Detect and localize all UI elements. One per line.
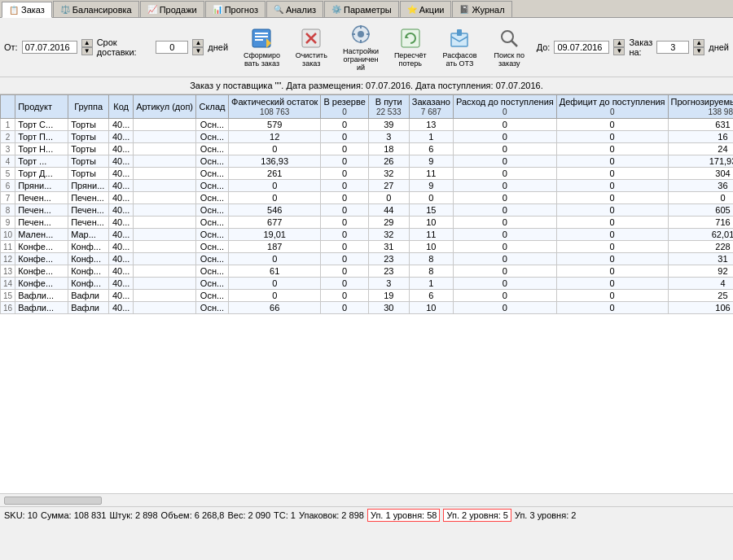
- table-row[interactable]: 4 Торт ... Торты 40... Осн... 136,93 0 2…: [1, 155, 734, 168]
- from-date-up[interactable]: ▲: [81, 39, 93, 47]
- cell-num: 1: [1, 119, 15, 131]
- tab-promo-label: Акции: [419, 5, 445, 15]
- search-label: Поиск по заказу: [490, 51, 529, 68]
- cell-group: Мар...: [68, 229, 109, 241]
- search-button[interactable]: Поиск по заказу: [486, 24, 533, 70]
- tab-promo[interactable]: ⭐ Акции: [400, 1, 452, 17]
- tab-order[interactable]: 📋 Заказ: [2, 2, 52, 18]
- horizontal-scrollbar[interactable]: [0, 493, 733, 506]
- col-num-header: [1, 95, 15, 119]
- delivery-up[interactable]: ▲: [192, 39, 204, 47]
- to-date-input[interactable]: [554, 41, 609, 54]
- delivery-value-input[interactable]: [156, 41, 188, 54]
- table-row[interactable]: 12 Конфе... Конф... 40... Осн... 0 0 23 …: [1, 253, 734, 265]
- cell-transit: 32: [368, 168, 409, 180]
- cell-article: [134, 253, 196, 265]
- tab-balance-icon: ⚖️: [60, 5, 70, 14]
- tab-params[interactable]: ⚙️ Параметры: [324, 1, 399, 17]
- table-row[interactable]: 16 Вафли... Вафли 40... Осн... 66 0 30 1…: [1, 302, 734, 314]
- tab-balance[interactable]: ⚖️ Балансировка: [53, 1, 139, 17]
- cell-expense: 0: [453, 302, 556, 314]
- cell-product: Конфе...: [15, 241, 68, 253]
- cell-group: Печен...: [68, 192, 109, 204]
- search-icon: [498, 27, 520, 50]
- form-order-button[interactable]: Сформировать заказ: [239, 24, 285, 70]
- cell-deficit: 0: [556, 119, 668, 131]
- pack-button[interactable]: Расфасовать ОТЗ: [437, 24, 483, 70]
- table-row[interactable]: 2 Торт П... Торты 40... Осн... 12 0 3 1 …: [1, 131, 734, 143]
- cell-forecast-remain: 25: [668, 290, 733, 302]
- cell-deficit: 0: [556, 229, 668, 241]
- cell-num: 11: [1, 241, 15, 253]
- table-row[interactable]: 5 Торт Д... Торты 40... Осн... 261 0 32 …: [1, 168, 734, 180]
- to-date-up[interactable]: ▲: [613, 39, 625, 47]
- tab-forecast[interactable]: 📊 Прогноз: [205, 1, 266, 17]
- cell-transit: 29: [368, 217, 409, 229]
- col-ordered-header: Заказано 7 687: [409, 95, 453, 119]
- order-up[interactable]: ▲: [693, 39, 704, 47]
- cell-forecast-remain: 304: [668, 168, 733, 180]
- cell-product: Торт Н...: [15, 143, 68, 155]
- tab-forecast-icon: 📊: [213, 5, 222, 14]
- cell-group: Конф...: [68, 253, 109, 265]
- tab-journal[interactable]: 📓 Журнал: [452, 1, 511, 17]
- clear-order-button[interactable]: Очистить заказ: [288, 24, 335, 70]
- order-value-input[interactable]: [656, 41, 689, 54]
- cell-code: 40...: [109, 265, 134, 278]
- table-row[interactable]: 13 Конфе... Конф... 40... Осн... 61 0 23…: [1, 265, 734, 278]
- table-row[interactable]: 11 Конфе... Конф... 40... Осн... 187 0 3…: [1, 241, 734, 253]
- clear-order-label: Очистить заказ: [292, 51, 331, 68]
- table-row[interactable]: 15 Вафли... Вафли 40... Осн... 0 0 19 6 …: [1, 290, 734, 302]
- tab-order-label: Заказ: [21, 5, 45, 15]
- cell-reserve: 0: [321, 241, 368, 253]
- tab-analysis[interactable]: 🔍 Анализ: [266, 1, 323, 17]
- cell-warehouse: Осн...: [196, 302, 229, 314]
- from-date-input[interactable]: [22, 41, 77, 54]
- svg-point-18: [502, 31, 513, 42]
- scrollbar-thumb[interactable]: [4, 497, 102, 505]
- recalc-button[interactable]: Пересчёт потерь: [387, 24, 433, 70]
- cell-article: [134, 204, 196, 217]
- cell-actual: 187: [229, 241, 321, 253]
- table-row[interactable]: 3 Торт Н... Торты 40... Осн... 0 0 18 6 …: [1, 143, 734, 155]
- table-row[interactable]: 8 Печен... Печен... 40... Осн... 546 0 4…: [1, 204, 734, 217]
- cell-group: Вафли: [68, 290, 109, 302]
- svg-point-9: [358, 31, 364, 37]
- settings-button[interactable]: Настройки ограничений: [338, 20, 384, 74]
- cell-deficit: 0: [556, 302, 668, 314]
- col-forecast-remain-header: Прогнозируемый остаток 138 984: [668, 95, 733, 119]
- order-down[interactable]: ▼: [693, 47, 704, 55]
- cell-actual: 261: [229, 168, 321, 180]
- data-table-container[interactable]: Продукт Группа Код Артикул (доп) Склад Ф…: [0, 94, 733, 493]
- cell-product: Конфе...: [15, 265, 68, 278]
- cell-warehouse: Осн...: [196, 229, 229, 241]
- from-date-down[interactable]: ▼: [81, 47, 93, 55]
- cell-reserve: 0: [321, 253, 368, 265]
- cell-ordered: 10: [409, 217, 453, 229]
- order-header-text: Заказ у поставщика "". Дата размещения: …: [190, 81, 543, 90]
- table-row[interactable]: 1 Торт С... Торты 40... Осн... 579 0 39 …: [1, 119, 734, 131]
- table-row[interactable]: 6 Пряни... Пряни... 40... Осн... 0 0 27 …: [1, 180, 734, 192]
- table-row[interactable]: 10 Мален... Мар... 40... Осн... 19,01 0 …: [1, 229, 734, 241]
- delivery-down[interactable]: ▼: [192, 47, 204, 55]
- cell-code: 40...: [109, 278, 134, 290]
- cell-expense: 0: [453, 180, 556, 192]
- table-row[interactable]: 7 Печен... Печен... 40... Осн... 0 0 0 0…: [1, 192, 734, 204]
- cell-article: [134, 168, 196, 180]
- cell-group: Конф...: [68, 241, 109, 253]
- cell-ordered: 9: [409, 155, 453, 168]
- table-row[interactable]: 14 Конфе... Конф... 40... Осн... 0 0 3 1…: [1, 278, 734, 290]
- cell-num: 8: [1, 204, 15, 217]
- table-row[interactable]: 9 Печен... Печен... 40... Осн... 677 0 2…: [1, 217, 734, 229]
- svg-rect-11: [360, 40, 362, 43]
- to-date-down[interactable]: ▼: [613, 47, 625, 55]
- cell-ordered: 13: [409, 119, 453, 131]
- cell-ordered: 6: [409, 143, 453, 155]
- cell-ordered: 10: [409, 241, 453, 253]
- cell-code: 40...: [109, 192, 134, 204]
- cell-reserve: 0: [321, 119, 368, 131]
- cell-article: [134, 143, 196, 155]
- cell-forecast-remain: 605: [668, 204, 733, 217]
- tab-sales[interactable]: 📈 Продажи: [140, 1, 204, 17]
- col-code-header: Код: [109, 95, 134, 119]
